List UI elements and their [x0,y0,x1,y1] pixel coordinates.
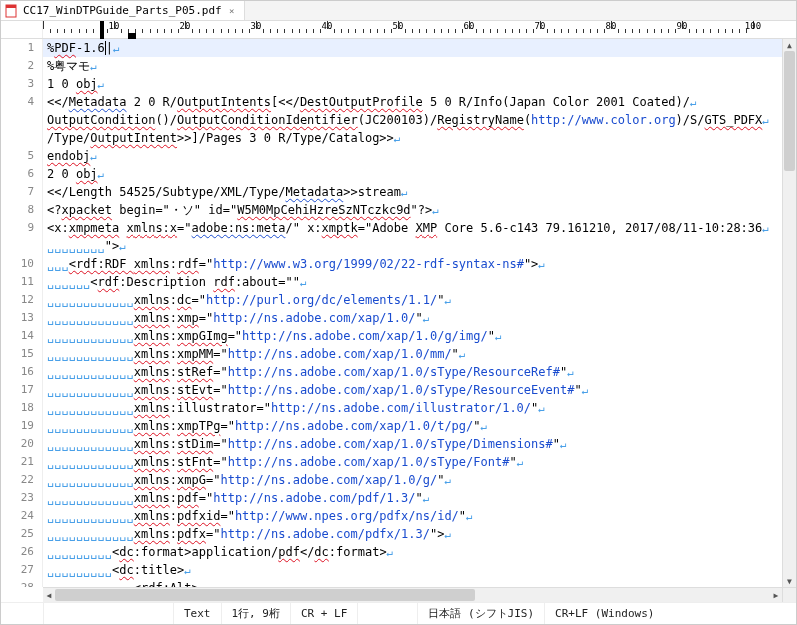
code-text: ="Adobe [358,221,416,235]
code-text: xpacket [61,203,112,217]
code-line[interactable]: ␣␣␣<rdf:RDF xmlns:rdf="http://www.w3.org… [43,255,782,273]
eol-marker-icon: ↵ [98,78,105,91]
close-icon[interactable]: × [226,5,238,17]
code-text: ␣␣␣␣␣␣␣␣␣␣␣␣ [47,401,134,415]
code-line[interactable]: 2 0 obj↵ [43,165,782,183]
ruler-label: 40 [322,21,333,31]
code-text: =" [213,365,227,379]
hyperlink[interactable]: http://www.color.org [531,113,676,127]
code-text: xmlns [134,419,170,433]
code-line[interactable]: 1 0 obj↵ [43,75,782,93]
status-eol-os[interactable]: CR+LF (Windows) [544,603,664,624]
horizontal-scrollbar[interactable]: ◀ ▶ [43,587,782,602]
horizontal-scroll-thumb[interactable] [55,589,475,601]
code-line[interactable]: ␣␣␣␣␣␣␣␣␣␣␣␣xmlns:illustrator="http://ns… [43,399,782,417]
hyperlink[interactable]: http://ns.adobe.com/xap/1.0/sType/Dimens… [228,437,553,451]
code-text: ␣␣␣␣␣␣␣␣␣␣␣␣ [47,383,134,397]
tab-file[interactable]: CC17_WinDTPGuide_Parts_P05.pdf × [1,1,245,20]
code-text: GTS_PDFX [705,113,763,127]
hyperlink[interactable]: http://ns.adobe.com/pdf/1.3/ [213,491,415,505]
hyperlink[interactable]: http://ns.adobe.com/xap/1.0/ [213,311,415,325]
code-text: [<</ [271,95,300,109]
hyperlink[interactable]: http://ns.adobe.com/xap/1.0/t/pg/ [235,419,473,433]
code-text: ␣␣␣␣␣␣␣␣␣␣␣␣ [47,311,134,325]
hyperlink[interactable]: http://ns.adobe.com/illustrator/1.0/ [271,401,531,415]
scroll-up-icon[interactable]: ▲ [783,39,796,51]
code-line[interactable]: /Type/OutputIntent>>]/Pages 3 0 R/Type/C… [43,129,782,147]
hyperlink[interactable]: http://ns.adobe.com/xap/1.0/g/img/ [242,329,488,343]
code-text: Metadata [69,95,127,109]
code-line[interactable]: ␣␣␣␣␣␣␣␣␣␣␣␣xmlns:pdf="http://ns.adobe.c… [43,489,782,507]
code-text: =" [213,437,227,451]
code-line[interactable]: ␣␣␣␣␣␣␣␣␣␣␣␣xmlns:stFnt="http://ns.adobe… [43,453,782,471]
code-line[interactable]: ␣␣␣␣␣␣␣␣␣␣␣␣xmlns:stEvt="http://ns.adobe… [43,381,782,399]
code-line[interactable]: OutputCondition()/OutputConditionIdentif… [43,111,782,129]
status-cursor-pos[interactable]: 1行, 9桁 [221,603,291,624]
code-line[interactable]: <</Metadata 2 0 R/OutputIntents[<</DestO… [43,93,782,111]
hyperlink[interactable]: http://www.npes.org/pdfx/ns/id/ [235,509,459,523]
code-line[interactable]: ␣␣␣␣␣␣␣␣␣␣␣␣xmlns:xmpMM="http://ns.adobe… [43,345,782,363]
code-line[interactable]: %粤マモ↵ [43,57,782,75]
code-line[interactable]: ␣␣␣␣␣␣<rdf:Description rdf:about=""↵ [43,273,782,291]
code-text: " [416,311,423,325]
code-line[interactable]: ␣␣␣␣␣␣␣␣␣␣␣␣<rdf:Alt>↵ [43,579,782,587]
eol-marker-icon: ↵ [495,330,502,343]
eol-marker-icon: ↵ [423,312,430,325]
code-line[interactable]: ␣␣␣␣␣␣␣␣␣␣␣␣xmlns:xmp="http://ns.adobe.c… [43,309,782,327]
code-line[interactable]: ␣␣␣␣␣␣␣␣␣<dc:title>↵ [43,561,782,579]
code-text: rdf [98,275,120,289]
code-line[interactable]: endobj↵ [43,147,782,165]
line-number: 23 [1,489,34,507]
code-line[interactable]: ␣␣␣␣␣␣␣␣␣␣␣␣xmlns:pdfxid="http://www.npe… [43,507,782,525]
eol-marker-icon: ↵ [184,564,191,577]
ruler-caret-marker [100,21,104,39]
code-text: =" [220,419,234,433]
hyperlink[interactable]: http://ns.adobe.com/xap/1.0/mm/ [228,347,452,361]
hyperlink[interactable]: http://ns.adobe.com/xap/1.0/sType/Resour… [228,383,575,397]
code-text: xmptk [322,221,358,235]
code-line[interactable]: ␣␣␣␣␣␣␣␣␣␣␣␣xmlns:pdfx="http://ns.adobe.… [43,525,782,543]
code-line[interactable]: ␣␣␣␣␣␣␣␣␣␣␣␣xmlns:dc="http://purl.org/dc… [43,291,782,309]
hyperlink[interactable]: http://ns.adobe.com/xap/1.0/g/ [220,473,437,487]
code-line[interactable]: %PDF-1.6|↵ [43,39,782,57]
vertical-scrollbar[interactable]: ▲ ▼ [782,39,796,587]
code-line[interactable]: ␣␣␣␣␣␣␣␣␣<dc:format>application/pdf</dc:… [43,543,782,561]
eol-marker-icon: ↵ [423,492,430,505]
code-line[interactable]: <?xpacket begin="・ソ" id="W5M0MpCehiHzreS… [43,201,782,219]
line-number: 14 [1,327,34,345]
code-text: -1.6 [76,41,105,55]
code-line[interactable]: ␣␣␣␣␣␣␣␣">↵ [43,237,782,255]
code-text: (JC200103)/ [358,113,437,127]
code-line[interactable]: ␣␣␣␣␣␣␣␣␣␣␣␣xmlns:xmpGImg="http://ns.ado… [43,327,782,345]
line-number: 11 [1,273,34,291]
code-line[interactable]: ␣␣␣␣␣␣␣␣␣␣␣␣xmlns:xmpG="http://ns.adobe.… [43,471,782,489]
hyperlink[interactable]: http://ns.adobe.com/xap/1.0/sType/Resour… [228,365,560,379]
status-encoding[interactable]: 日本語 (シフトJIS) [417,603,544,624]
code-line[interactable]: ␣␣␣␣␣␣␣␣␣␣␣␣xmlns:xmpTPg="http://ns.adob… [43,417,782,435]
scroll-right-icon[interactable]: ▶ [770,588,782,602]
ruler-label: 50 [393,21,404,31]
code-area[interactable]: %PDF-1.6|↵%粤マモ↵1 0 obj↵<</Metadata 2 0 R… [43,39,782,587]
code-text: OutputCondition [47,113,155,127]
code-line[interactable]: ␣␣␣␣␣␣␣␣␣␣␣␣xmlns:stDim="http://ns.adobe… [43,435,782,453]
code-text: " [473,419,480,433]
eol-marker-icon: ↵ [560,438,567,451]
scroll-down-icon[interactable]: ▼ [783,575,796,587]
code-line[interactable]: ␣␣␣␣␣␣␣␣␣␣␣␣xmlns:stRef="http://ns.adobe… [43,363,782,381]
code-line[interactable]: <</Length 54525/Subtype/XML/Type/Metadat… [43,183,782,201]
eol-marker-icon: ↵ [538,258,545,271]
hyperlink[interactable]: http://ns.adobe.com/pdfx/1.3/ [220,527,430,541]
eol-marker-icon: ↵ [444,474,451,487]
hyperlink[interactable]: http://www.w3.org/1999/02/22-rdf-syntax-… [213,257,524,271]
code-line[interactable]: <x:xmpmeta xmlns:x="adobe:ns:meta/" x:xm… [43,219,782,237]
vertical-scroll-thumb[interactable] [784,51,795,171]
line-number: 27 [1,561,34,579]
status-text-mode[interactable]: Text [173,603,221,624]
tab-title: CC17_WinDTPGuide_Parts_P05.pdf [23,4,222,17]
scroll-left-icon[interactable]: ◀ [43,588,55,602]
eol-marker-icon: ↵ [466,510,473,523]
line-number: 21 [1,453,34,471]
status-eol[interactable]: CR + LF [290,603,357,624]
hyperlink[interactable]: http://ns.adobe.com/xap/1.0/sType/Font# [228,455,510,469]
hyperlink[interactable]: http://purl.org/dc/elements/1.1/ [206,293,437,307]
